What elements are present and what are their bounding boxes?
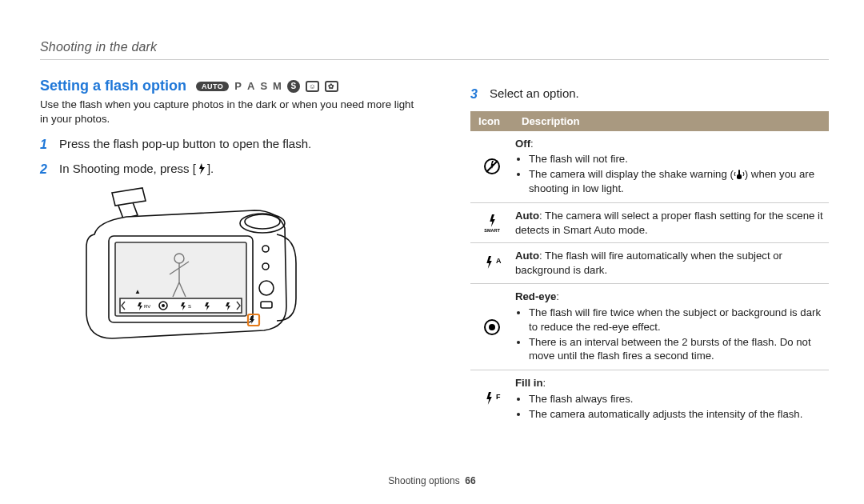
header-desc: Description xyxy=(514,111,829,131)
mode-icons: AUTO P A S M S ☺ ✿ xyxy=(196,80,338,93)
step-1-number: 1 xyxy=(40,136,51,154)
table-row: F Fill in: The flash always fires. The c… xyxy=(470,370,829,427)
row-fillin-b1: The flash always fires. xyxy=(529,392,824,406)
flash-redeye-icon xyxy=(470,312,514,342)
flash-options-table: Icon Description Off: xyxy=(470,111,829,428)
mode-s-icon: S xyxy=(260,80,267,92)
mode-p-icon: P xyxy=(234,80,242,92)
scene-s-icon: S xyxy=(287,80,300,93)
flash-fillin-icon: F xyxy=(470,385,514,414)
intro-text: Use the flash when you capture photos in… xyxy=(40,98,424,126)
flash-smart-icon: SMART xyxy=(470,207,514,239)
shake-warning-icon xyxy=(734,169,745,179)
svg-point-21 xyxy=(489,324,495,330)
svg-point-9 xyxy=(162,304,165,307)
table-row: A Auto: The flash will fire automaticall… xyxy=(470,243,829,284)
step-2-text: In Shooting mode, press [ ]. xyxy=(59,161,214,178)
row-redeye-b2: There is an interval between the 2 burst… xyxy=(529,335,824,364)
auto-pill-icon: AUTO xyxy=(196,82,229,91)
mode-a-icon: A xyxy=(247,80,254,92)
scene-face-icon: ☺ xyxy=(306,81,319,92)
row-smart-text: : The camera will select a proper flash … xyxy=(515,210,823,236)
header-icon: Icon xyxy=(470,111,514,131)
row-auto-title: Auto xyxy=(515,250,539,262)
row-fillin-desc: Fill in: The flash always fires. The cam… xyxy=(514,370,829,427)
row-redeye-desc: Red-eye: The flash will fire twice when … xyxy=(514,284,829,370)
left-column: Setting a flash option AUTO P A S M S ☺ … xyxy=(40,78,424,428)
row-off-title: Off xyxy=(515,138,530,150)
section-title: Shooting in the dark xyxy=(40,40,829,60)
row-off-desc: Off: The flash will not fire. The camera… xyxy=(514,131,829,202)
svg-text:S: S xyxy=(188,304,191,309)
row-redeye-title: Red-eye xyxy=(515,290,556,302)
step-3: 3 Select an option. xyxy=(470,86,829,103)
flash-icon xyxy=(196,163,207,174)
svg-text:RV: RV xyxy=(144,304,150,309)
svg-text:SMART: SMART xyxy=(484,228,500,233)
footer-label: Shooting options xyxy=(388,475,459,486)
scene-bloom-icon: ✿ xyxy=(325,81,338,92)
step-2-post: ]. xyxy=(207,162,214,175)
step-3-number: 3 xyxy=(470,86,482,103)
step-3-text: Select an option. xyxy=(490,86,579,103)
row-smart-title: Auto xyxy=(515,210,539,222)
table-header: Icon Description xyxy=(470,111,829,131)
svg-text:F: F xyxy=(496,393,501,401)
step-2: 2 In Shooting mode, press [ ]. xyxy=(40,161,424,178)
row-off-b1: The flash will not fire. xyxy=(529,152,824,166)
row-off-b2: The camera will display the shake warnin… xyxy=(529,167,824,196)
row-fillin-b2: The camera automatically adjusts the int… xyxy=(529,407,824,422)
row-redeye-b1: The flash will fire twice when the subje… xyxy=(529,306,824,334)
right-column: 3 Select an option. Icon Description xyxy=(470,78,829,428)
row-auto-text: : The flash will fire automatically when… xyxy=(515,250,782,276)
table-row: Red-eye: The flash will fire twice when … xyxy=(470,284,829,370)
mode-m-icon: M xyxy=(273,80,282,92)
row-auto-desc: Auto: The flash will fire automatically … xyxy=(514,243,829,283)
page-footer: Shooting options 66 xyxy=(0,475,864,486)
step-2-pre: In Shooting mode, press [ xyxy=(59,162,196,175)
svg-text:▲: ▲ xyxy=(134,288,141,295)
camera-diagram: ▲ RV S xyxy=(62,186,302,362)
row-smart-desc: Auto: The camera will select a proper fl… xyxy=(514,203,829,243)
page-number: 66 xyxy=(465,475,475,486)
page-heading: Setting a flash option xyxy=(40,78,186,94)
flash-off-icon xyxy=(470,151,514,182)
flash-auto-icon: A xyxy=(470,249,514,278)
table-row: Off: The flash will not fire. The camera… xyxy=(470,131,829,203)
step-1-text: Press the flash pop-up button to open th… xyxy=(59,136,311,154)
row-fillin-title: Fill in xyxy=(515,377,542,389)
step-2-number: 2 xyxy=(40,161,51,178)
table-row: SMART Auto: The camera will select a pro… xyxy=(470,203,829,244)
step-1: 1 Press the flash pop-up button to open … xyxy=(40,136,424,154)
svg-text:A: A xyxy=(496,257,502,265)
